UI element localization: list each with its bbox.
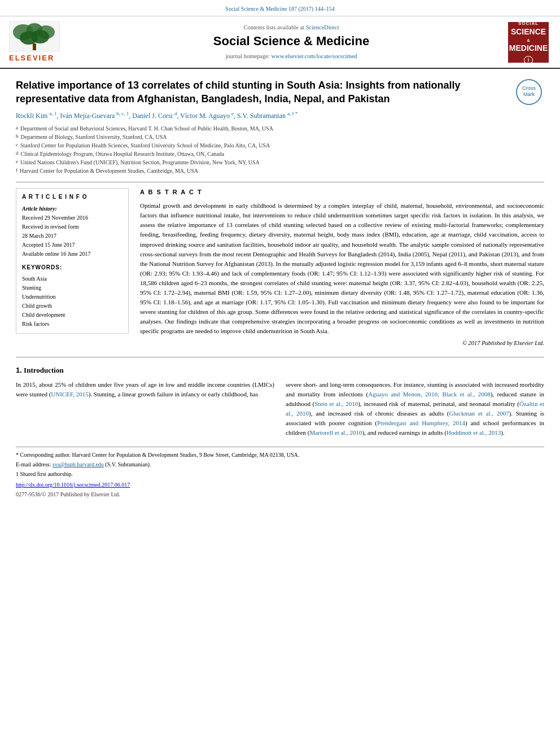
article-content: Relative importance of 13 correlates of … (0, 69, 560, 509)
keyword-1: South Asia (22, 274, 123, 283)
info-abstract-section: A R T I C L E I N F O Article history: R… (16, 188, 544, 348)
journal-title: Social Science & Medicine (84, 33, 499, 50)
corresponding-note: * Corresponding author. Harvard Center f… (16, 451, 544, 459)
sciencedirect-link[interactable]: ScienceDirect (306, 24, 339, 30)
affiliation-c: c Stanford Center for Population Health … (16, 141, 509, 150)
intro-col-1: In 2015, about 25% of children under fiv… (16, 380, 274, 438)
footer-copyright: 0277-9536/© 2017 Published by Elsevier L… (16, 490, 544, 499)
intro-section-title: 1. Introduction (16, 365, 544, 375)
article-title: Relative importance of 13 correlates of … (16, 79, 509, 106)
affiliation-e: e United Nations Children's Fund (UNICEF… (16, 158, 509, 167)
journal-logo-area: SOCIAL SCIENCE & MEDICINE i (506, 22, 551, 63)
journal-reference: Social Science & Medicine 187 (2017) 144… (225, 6, 334, 12)
keywords-heading: Keywords: (22, 263, 123, 272)
journal-title-area: Contents lists available at ScienceDirec… (84, 24, 499, 61)
journal-header: ELSEVIER Contents lists available at Sci… (0, 16, 560, 69)
elsevier-logo-area: ELSEVIER (9, 21, 77, 63)
affiliations-list: a Department of Social and Behavioral Sc… (16, 124, 509, 175)
footer-notes: * Corresponding author. Harvard Center f… (16, 447, 544, 499)
introduction-section: 1. Introduction In 2015, about 25% of ch… (16, 365, 544, 438)
divider-2 (16, 357, 544, 357)
affiliation-f: f Harvard Center for Population & Develo… (16, 167, 509, 175)
affiliation-a: a Department of Social and Behavioral Sc… (16, 124, 509, 133)
divider-1 (16, 182, 544, 182)
contents-available-text: Contents lists available at ScienceDirec… (84, 24, 499, 32)
intro-text-columns: In 2015, about 25% of children under fiv… (16, 380, 544, 438)
email-note: E-mail address: svs@hsph.harvard.edu (S.… (16, 460, 544, 469)
svg-text:Cross: Cross (522, 85, 536, 91)
svg-point-5 (31, 30, 49, 43)
affiliation-d: d Clinical Epidemiology Program, Ottawa … (16, 150, 509, 158)
abstract-text: Optimal growth and development in early … (140, 201, 544, 336)
elsevier-logo: ELSEVIER (9, 21, 77, 63)
keyword-6: Risk factors (22, 320, 123, 329)
affiliation-b: b Department of Biology, Stanford Univer… (16, 133, 509, 141)
abstract-copyright: © 2017 Published by Elsevier Ltd. (140, 339, 544, 348)
intro-col-2: severe short- and long-term consequences… (286, 380, 544, 438)
author-rockli: Rockli Kim (16, 112, 49, 120)
doi-anchor[interactable]: http://dx.doi.org/10.1016/j.socscimed.20… (16, 482, 130, 488)
elsevier-tree-icon (9, 21, 60, 52)
svg-text:Mark: Mark (523, 91, 535, 97)
journal-homepage-link[interactable]: www.elsevier.com/locate/socscimed (271, 53, 357, 59)
article-info-box: A R T I C L E I N F O Article history: R… (16, 188, 129, 334)
journal-ref-header: Social Science & Medicine 187 (2017) 144… (0, 0, 560, 16)
shared-authorship-note: 1 Shared first authorship. (16, 470, 544, 478)
page-wrapper: Social Science & Medicine 187 (2017) 144… (0, 0, 560, 747)
keyword-3: Undernutrition (22, 292, 123, 302)
logo-icon: i (524, 56, 533, 64)
journal-logo-box: SOCIAL SCIENCE & MEDICINE i (508, 22, 549, 63)
elsevier-wordmark: ELSEVIER (9, 53, 54, 63)
article-title-section: Relative importance of 13 correlates of … (16, 79, 544, 175)
doi-link[interactable]: http://dx.doi.org/10.1016/j.socscimed.20… (16, 480, 544, 489)
abstract-section: A B S T R A C T Optimal growth and devel… (140, 188, 544, 348)
abstract-heading: A B S T R A C T (140, 188, 544, 196)
email-link[interactable]: svs@hsph.harvard.edu (53, 461, 104, 468)
article-title-area: Relative importance of 13 correlates of … (16, 79, 509, 175)
left-column: A R T I C L E I N F O Article history: R… (16, 188, 129, 348)
article-info-heading: A R T I C L E I N F O (22, 193, 123, 201)
keywords-section: Keywords: South Asia Stunting Undernutri… (22, 263, 123, 329)
article-history: Article history: Received 29 November 20… (22, 204, 123, 259)
right-column: A B S T R A C T Optimal growth and devel… (140, 188, 544, 348)
journal-homepage-text: journal homepage: www.elsevier.com/locat… (84, 53, 499, 61)
keyword-4: Child growth (22, 302, 123, 311)
crossmark-icon: Cross Mark (516, 79, 542, 105)
svg-rect-6 (33, 43, 36, 50)
keyword-2: Stunting (22, 283, 123, 292)
crossmark-badge[interactable]: Cross Mark (516, 79, 544, 108)
intro-title-text: Introduction (24, 366, 64, 374)
authors-line: Rockli Kim a, 1, Iván Mejía-Guevara b, c… (16, 110, 509, 121)
keyword-5: Child development (22, 311, 123, 320)
